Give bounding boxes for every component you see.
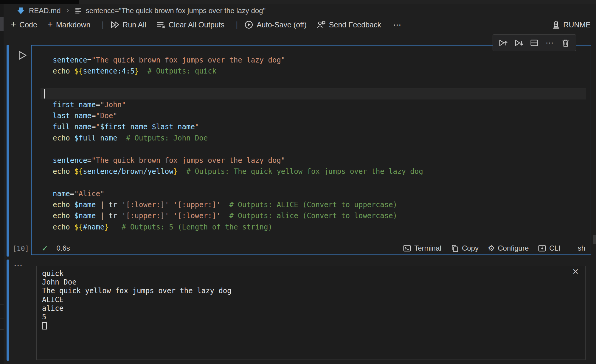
output-area: quickJohn DoeThe quick yellow fox jumps … [36,266,586,360]
cell-status-bar: ✓ 0.6s Terminal [32,243,591,254]
toolbar-more-button[interactable]: ⋯ [393,20,402,30]
send-feedback-button[interactable]: Send Feedback [317,20,381,29]
split-cell-button[interactable] [529,38,540,48]
left-edge-divider [0,329,4,330]
toolbar-divider: | [102,20,104,29]
configure-button[interactable]: ⚙ Configure [488,244,529,252]
active-tab-edge [79,0,596,4]
breadcrumb-separator-icon [65,7,71,14]
execution-count: [10] [13,245,29,252]
output-close-button[interactable]: ✕ [572,267,579,276]
output-line: alice [42,304,585,313]
cli-icon [538,244,546,252]
runme-brand: RUNME [551,17,591,32]
text-caret [44,89,45,99]
code-line[interactable]: name="Alice" [41,188,586,199]
runme-markdown-file-icon [17,7,25,15]
output-line: quick [42,269,585,278]
top-window-strip [0,0,79,4]
cli-button[interactable]: CLI [538,244,560,252]
delete-cell-button[interactable] [560,38,571,48]
execution-duration: 0.6s [56,244,70,252]
output-focus-bar [7,260,9,361]
left-edge-decoration [0,17,4,31]
success-check-icon: ✓ [41,243,48,253]
toolbar-divider: | [236,20,238,29]
code-line[interactable]: full_name="$first_name $last_name" [41,121,586,132]
runme-notebook-window: READ.md sentence="The quick brown fox ju… [0,0,596,364]
auto-save-toggle[interactable]: Auto-Save (off) [244,20,307,29]
code-line[interactable]: echo $name | tr '[:upper:]' '[:lower:]' … [41,210,586,221]
code-line[interactable]: echo ${#name} # Outputs: 5 (Length of th… [41,222,586,233]
feedback-person-icon [317,20,326,29]
code-block-symbol-icon [74,7,82,14]
cell-more-actions-button[interactable]: ⋯ [544,38,555,48]
code-line[interactable]: echo $name | tr '[:lower:]' '[:upper:]' … [41,199,586,210]
code-line[interactable]: echo ${sentence:4:5} # Outputs: quick [41,66,586,77]
code-cell: sentence="The quick brown fox jumps over… [31,45,591,255]
language-selector[interactable]: sh [578,244,585,252]
code-editor[interactable]: sentence="The quick brown fox jumps over… [32,46,591,243]
code-line[interactable] [41,144,586,155]
output-cursor-line [42,321,585,332]
code-line[interactable] [41,77,586,88]
code-line[interactable]: first_name="John" [41,99,586,110]
code-line[interactable] [41,177,586,188]
output-line: 5 [42,313,585,321]
code-line[interactable]: sentence="The quick brown fox jumps over… [41,55,586,66]
copy-icon [451,244,459,252]
breadcrumb-file[interactable]: READ.md [29,7,61,15]
code-line[interactable]: echo ${sentence/brown/yellow} # Outputs:… [41,166,586,177]
circle-play-icon [244,20,253,29]
left-edge-strip [0,4,4,364]
breadcrumb: READ.md sentence="The quick brown fox ju… [4,4,596,17]
code-line[interactable]: echo $full_name # Outputs: John Doe [41,133,586,144]
clear-all-icon [156,20,165,29]
code-line[interactable]: last_name="Doe" [41,110,586,121]
add-code-button[interactable]: + Code [11,21,37,29]
code-line[interactable] [41,88,586,99]
execute-cell-and-below-button[interactable] [513,38,524,48]
terminal-icon [403,244,411,252]
terminal-button[interactable]: Terminal [403,244,441,252]
execute-above-button[interactable] [498,38,508,48]
output-menu-button[interactable]: ⋯ [14,260,23,270]
code-line[interactable]: sentence="The quick brown fox jumps over… [41,155,586,166]
run-cell-button[interactable] [16,49,28,61]
clear-all-outputs-button[interactable]: Clear All Outputs [156,20,225,29]
plus-icon: + [11,20,16,29]
left-edge-divider [0,304,4,305]
gear-icon: ⚙ [488,244,495,252]
breadcrumb-cell-label[interactable]: sentence="The quick brown fox jumps over… [86,7,266,15]
scrollbar-thumb[interactable] [593,235,596,244]
plus-icon: + [47,20,53,29]
output-line: John Doe [42,278,585,287]
run-all-icon [110,20,119,29]
left-edge-divider [0,318,4,318]
runme-logo-icon [551,20,560,29]
cell-action-toolbar: ⋯ [493,34,576,51]
terminal-block-cursor [42,322,47,329]
output-line: ALICE [42,296,585,304]
cell-focus-bar [7,45,9,257]
notebook-toolbar: + Code + Markdown | Run All Clear All Ou… [4,17,596,32]
output-line: The quick yellow fox jumps over the lazy… [42,287,585,295]
copy-button[interactable]: Copy [451,244,479,252]
add-markdown-button[interactable]: + Markdown [47,21,90,29]
run-all-button[interactable]: Run All [110,20,146,29]
